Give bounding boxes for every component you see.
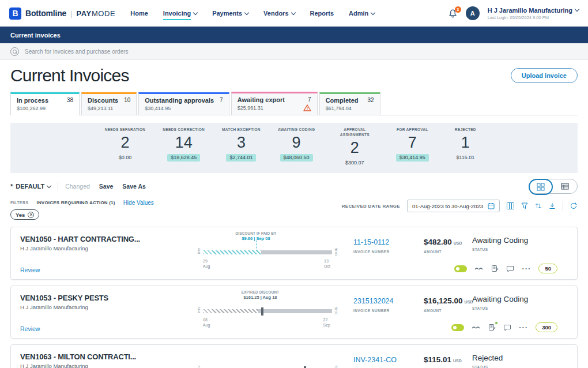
tab-count: 7 [308, 96, 311, 103]
tab-amount: $25,961.31 [238, 105, 285, 111]
search-input[interactable] [25, 48, 578, 55]
column-settings-button[interactable] [507, 202, 514, 209]
avatar[interactable]: A [466, 6, 480, 20]
divider [58, 182, 58, 191]
date-range-input[interactable]: 01-Aug-2023 to 30-Aug-2023 [407, 200, 500, 212]
invoice-number-link[interactable]: INV-2341-CO [353, 356, 397, 364]
start-month: Aug [203, 264, 210, 269]
refresh-button[interactable] [570, 202, 578, 209]
tab-outstanding-approvals[interactable]: Outstanding approvals $30,414.95 7 [138, 92, 229, 115]
match-icon[interactable] [474, 266, 484, 272]
tab-label: Awaiting export [238, 96, 285, 103]
brand-logo[interactable]: B Bottomline | PAYMODE [9, 7, 115, 20]
received-date-range-label: RECEIVED DATE RANGE [342, 204, 400, 209]
chevron-down-icon [193, 10, 198, 14]
view-name: DEFAULT [16, 183, 44, 190]
summary-awaiting-coding[interactable]: AWAITING CODING 9 $48,060.50 [278, 127, 315, 162]
summary-needs-correction[interactable]: NEEDS CORRECTION 14 $18,628.45 [163, 127, 205, 162]
account-menu[interactable]: H J Jaramillo Manufacturing Last Login: … [488, 7, 579, 20]
nav-payments-label: Payments [212, 10, 242, 17]
summary-label: NEEDS SEPARATION [105, 127, 146, 133]
last-login-text: Last Login: 05/05/2024 9:00 PM [488, 15, 579, 20]
card-view-button[interactable] [529, 179, 553, 195]
brand-separator: | [70, 9, 72, 18]
tab-count: 38 [67, 97, 73, 103]
upload-invoice-button[interactable]: Upload invoice [511, 68, 578, 83]
search-icon [10, 47, 19, 56]
more-options-icon[interactable] [519, 323, 528, 332]
summary-for-approval[interactable]: FOR APPROVAL 7 $30,414.95 [394, 127, 430, 162]
invoice-amount: $115.01 [424, 355, 451, 364]
review-link[interactable]: Review [20, 266, 40, 273]
page-title: Current Invoices [10, 66, 129, 85]
invoice-number-label: INVOICE NUMBER [353, 309, 394, 313]
status-label: STATUS [472, 306, 528, 310]
filter-chip-label: Yes [16, 212, 25, 218]
date-range-value: 01-Aug-2023 to 30-Aug-2023 [412, 203, 483, 209]
download-button[interactable] [549, 202, 556, 209]
line-count-badge[interactable]: 300 [536, 322, 557, 332]
tab-completed[interactable]: Completed $61,794.04 32 [319, 92, 380, 115]
comment-icon[interactable] [503, 324, 511, 331]
filter-button[interactable] [521, 202, 528, 209]
timeline-bar [203, 250, 332, 254]
invoices-requiring-action-filter[interactable]: INVOICES REQUIRING ACTION (1) [36, 200, 115, 205]
comment-icon[interactable] [506, 265, 514, 272]
table-view-button[interactable] [553, 179, 577, 193]
nav-invoicing[interactable]: Invoicing [163, 6, 197, 20]
tab-count: 32 [368, 97, 374, 103]
brand-product-light: MODE [92, 9, 115, 18]
save-view-button[interactable]: Save [99, 183, 114, 190]
summary-approval-assignments[interactable]: APPROVAL ASSIGNMENTS 2 $300.07 [332, 127, 377, 167]
today-marker [261, 307, 263, 316]
end-month: Sep [323, 322, 330, 328]
currency-label: USD [454, 241, 462, 245]
summary-amount: $300.07 [342, 159, 368, 167]
tab-label: Discounts [88, 97, 118, 104]
start-month: Aug [203, 322, 210, 328]
nav-vendors[interactable]: Vendors [263, 6, 295, 20]
brand-product-bold: PAY [77, 9, 92, 18]
nav-vendors-label: Vendors [263, 10, 288, 17]
view-selector-dropdown[interactable]: * DEFAULT [10, 183, 51, 190]
nav-home[interactable]: Home [130, 6, 148, 20]
document-edit-icon[interactable] [488, 324, 496, 331]
remove-chip-icon[interactable] [28, 212, 34, 218]
green-indicator-badge[interactable] [451, 324, 464, 331]
sort-button[interactable] [535, 202, 542, 209]
summary-count: 9 [278, 134, 315, 152]
nav-reports[interactable]: Reports [310, 6, 334, 20]
green-indicator-badge[interactable] [454, 265, 467, 272]
filter-bar: FILTERS INVOICES REQUIRING ACTION (1) Hi… [10, 200, 578, 220]
review-link[interactable]: Review [20, 325, 40, 332]
timeline-end-date: 13 Oct [324, 258, 330, 269]
summary-label: APPROVAL ASSIGNMENTS [332, 127, 377, 138]
match-icon[interactable] [472, 325, 481, 331]
calendar-icon [488, 202, 495, 209]
invoice-number-link[interactable]: 2315132024 [353, 297, 394, 305]
summary-match-exception[interactable]: MATCH EXCEPTION 3 $2,744.01 [222, 127, 261, 162]
more-options-icon[interactable] [522, 264, 531, 273]
invoice-number-link[interactable]: 11-15-0112 [353, 238, 389, 246]
invoice-number-label: INVOICE NUMBER [353, 250, 390, 254]
section-title: Current invoices [10, 32, 61, 39]
save-as-view-button[interactable]: Save As [122, 183, 145, 190]
hide-values-link[interactable]: Hide Values [123, 200, 154, 206]
nav-payments[interactable]: Payments [212, 6, 248, 20]
tab-discounts[interactable]: Discounts $49,213.11 10 [81, 92, 137, 115]
document-edit-icon[interactable] [491, 265, 499, 272]
sort-arrows-icon [535, 202, 542, 209]
line-count-badge[interactable]: 50 [538, 264, 557, 273]
filter-chip-yes[interactable]: Yes [10, 209, 39, 220]
nav-admin[interactable]: Admin [349, 6, 375, 20]
tab-count: 10 [124, 97, 130, 103]
tab-awaiting-export[interactable]: Awaiting export $25,961.31 7 [231, 92, 318, 115]
notifications-button[interactable]: 3 [448, 9, 458, 18]
invoice-card: VEN1063 - MILTON CONTRACTI... H J Jarami… [10, 344, 578, 368]
company-name: H J Jaramillo Manufacturing [20, 363, 88, 368]
refresh-icon [570, 202, 578, 209]
summary-needs-separation[interactable]: NEEDS SEPARATION 2 $0.00 [105, 127, 146, 162]
grid-view-icon [537, 183, 545, 191]
tab-in-process[interactable]: In process $100,262.99 38 [10, 92, 80, 115]
summary-rejected[interactable]: REJECTED 1 $115.01 [447, 127, 483, 162]
